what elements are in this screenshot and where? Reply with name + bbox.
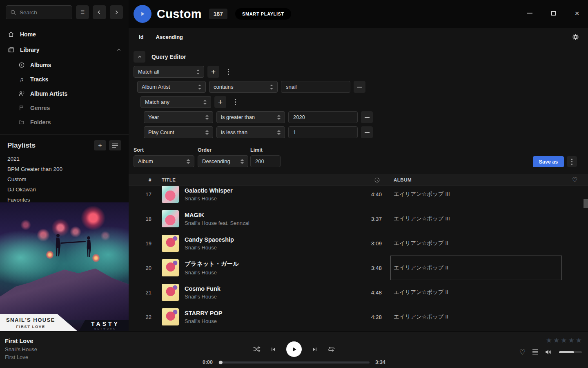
track-artist[interactable]: Snail's House bbox=[185, 294, 333, 300]
track-artist[interactable]: Snail's House bbox=[185, 269, 333, 276]
save-menu-button[interactable] bbox=[567, 156, 577, 167]
playlist-item[interactable]: Custom bbox=[7, 174, 121, 184]
sidebar-item-albums[interactable]: Albums bbox=[0, 58, 129, 72]
playlist-list-button[interactable] bbox=[109, 140, 121, 150]
track-artist[interactable]: Snail's House bbox=[185, 195, 333, 202]
forward-button[interactable] bbox=[110, 5, 123, 19]
table-row[interactable]: 17 Galactic Whisper Snail's House 4:40 エ… bbox=[129, 186, 588, 206]
rule-menu-button[interactable] bbox=[223, 66, 234, 78]
rule-value-input[interactable] bbox=[281, 81, 350, 93]
track-artist[interactable]: Snail's House bbox=[185, 245, 333, 251]
next-button[interactable] bbox=[312, 346, 318, 352]
back-button[interactable] bbox=[93, 5, 106, 19]
table-row[interactable]: 19 Candy Spaceship Snail's House 3:09 エイ… bbox=[129, 231, 588, 256]
group-menu-button[interactable] bbox=[229, 96, 241, 108]
playlist-item[interactable]: DJ Okawari bbox=[7, 184, 121, 195]
queue-button[interactable] bbox=[532, 349, 538, 355]
minimize-button[interactable] bbox=[523, 7, 536, 19]
maximize-button[interactable] bbox=[547, 7, 559, 19]
clock-icon bbox=[374, 177, 380, 183]
sidebar-item-genres[interactable]: Genres bbox=[0, 101, 129, 115]
table-row[interactable]: 21 Cosmo Funk Snail's House 4:48 エイリアン☆ポ… bbox=[129, 280, 588, 305]
volume-button[interactable] bbox=[545, 349, 552, 355]
root-match-select[interactable]: Match all bbox=[134, 66, 204, 78]
column-header-duration[interactable] bbox=[333, 177, 382, 183]
add-playlist-button[interactable]: + bbox=[94, 140, 106, 150]
save-as-button[interactable]: Save as bbox=[533, 156, 564, 167]
rule-field-select[interactable]: Play Count bbox=[144, 126, 213, 138]
remove-rule-button[interactable] bbox=[361, 126, 373, 138]
star-icon[interactable]: ★ bbox=[546, 336, 552, 344]
track-duration: 3:09 bbox=[333, 240, 382, 247]
sidebar-item-home[interactable]: Home bbox=[0, 27, 129, 42]
rule-field-select[interactable]: Year bbox=[144, 111, 213, 123]
track-album[interactable]: エイリアン☆ポップ III bbox=[390, 206, 562, 231]
seek-handle[interactable] bbox=[219, 361, 223, 364]
play-button[interactable] bbox=[286, 341, 302, 357]
column-header-album[interactable]: ALBUM bbox=[390, 177, 562, 182]
add-rule-button[interactable]: + bbox=[207, 66, 219, 78]
sidebar-item-library[interactable]: Library bbox=[0, 42, 129, 58]
sidebar-item-folders[interactable]: Folders bbox=[0, 115, 129, 129]
rule-operator-select[interactable]: is greater than bbox=[216, 111, 285, 123]
rule-operator-select[interactable]: is less than bbox=[216, 126, 285, 138]
track-title[interactable]: プラネット・ガール bbox=[185, 260, 333, 268]
track-title[interactable]: STARRY POP bbox=[185, 310, 333, 316]
group-match-select[interactable]: Match any bbox=[140, 96, 211, 108]
sidebar-item-tracks[interactable]: ♫ Tracks bbox=[0, 72, 129, 86]
close-button[interactable]: × bbox=[571, 7, 583, 19]
shuffle-button[interactable] bbox=[253, 346, 261, 352]
repeat-button[interactable] bbox=[327, 346, 335, 352]
track-title[interactable]: MAGIK bbox=[185, 212, 333, 218]
track-album[interactable]: エイリアン☆ポップ II bbox=[390, 231, 562, 256]
track-album[interactable]: エイリアン☆ポップ II bbox=[390, 256, 562, 280]
remove-rule-button[interactable] bbox=[361, 111, 373, 123]
play-playlist-button[interactable] bbox=[134, 5, 151, 23]
track-artist[interactable]: Snail's House bbox=[185, 318, 333, 324]
collapse-query-editor-button[interactable] bbox=[134, 51, 145, 63]
playlist-item[interactable]: 2021 bbox=[7, 154, 121, 164]
star-icon[interactable]: ★ bbox=[553, 336, 559, 344]
table-row[interactable]: 18 MAGIK Snail's House feat. Sennzai 3:3… bbox=[129, 206, 588, 231]
column-header-title[interactable]: TITLE bbox=[162, 177, 333, 182]
order-select[interactable]: Descending bbox=[198, 155, 248, 167]
search-box[interactable] bbox=[6, 5, 72, 19]
menu-button[interactable]: ≡ bbox=[76, 5, 89, 19]
playlist-item[interactable]: BPM Greater than 200 bbox=[7, 164, 121, 174]
sort-direction-button[interactable]: Ascending bbox=[156, 34, 183, 40]
star-icon[interactable]: ★ bbox=[568, 336, 575, 344]
column-header-index[interactable]: # bbox=[137, 177, 151, 182]
track-artist[interactable]: Snail's House feat. Sennzai bbox=[185, 220, 333, 226]
sidebar-item-label: Genres bbox=[30, 105, 50, 111]
sidebar-item-album-artists[interactable]: Album Artists bbox=[0, 86, 129, 101]
rule-field-select[interactable]: Album Artist bbox=[137, 81, 206, 93]
seek-slider[interactable] bbox=[218, 361, 370, 364]
rule-value-input[interactable] bbox=[288, 111, 358, 123]
sort-field-button[interactable]: Id bbox=[139, 34, 144, 40]
track-album[interactable]: エイリアン☆ポップ III bbox=[390, 186, 562, 206]
volume-slider[interactable] bbox=[559, 351, 582, 353]
scrollbar-thumb[interactable] bbox=[584, 199, 588, 208]
table-row[interactable]: 22 STARRY POP Snail's House 4:28 エイリアン☆ポ… bbox=[129, 305, 588, 329]
previous-button[interactable] bbox=[270, 346, 276, 352]
search-input[interactable] bbox=[20, 9, 68, 16]
track-album[interactable]: エイリアン☆ポップ II bbox=[390, 305, 562, 329]
rule-operator-select[interactable]: contains bbox=[209, 81, 278, 93]
heart-icon[interactable]: ♡ bbox=[562, 176, 588, 184]
sort-select[interactable]: Album bbox=[134, 155, 194, 167]
rule-value-input[interactable] bbox=[288, 126, 358, 138]
remove-rule-button[interactable] bbox=[354, 81, 365, 93]
favorite-button[interactable]: ♡ bbox=[519, 348, 526, 356]
now-playing-album-art[interactable]: SNAIL'S HOUSE FIRST LOVE TASTY NETWORK bbox=[0, 202, 129, 331]
track-title[interactable]: Cosmo Funk bbox=[185, 285, 333, 292]
chevron-up-icon[interactable] bbox=[116, 47, 121, 52]
track-album[interactable]: エイリアン☆ポップ II bbox=[390, 280, 562, 305]
add-group-rule-button[interactable]: + bbox=[214, 96, 226, 108]
limit-input[interactable] bbox=[250, 155, 281, 167]
track-title[interactable]: Candy Spaceship bbox=[185, 236, 333, 243]
track-title[interactable]: Galactic Whisper bbox=[185, 187, 333, 194]
table-row[interactable]: 20 プラネット・ガール Snail's House 3:48 エイリアン☆ポッ… bbox=[129, 256, 588, 280]
star-icon[interactable]: ★ bbox=[576, 336, 582, 344]
settings-button[interactable] bbox=[572, 34, 579, 40]
star-icon[interactable]: ★ bbox=[561, 336, 567, 344]
